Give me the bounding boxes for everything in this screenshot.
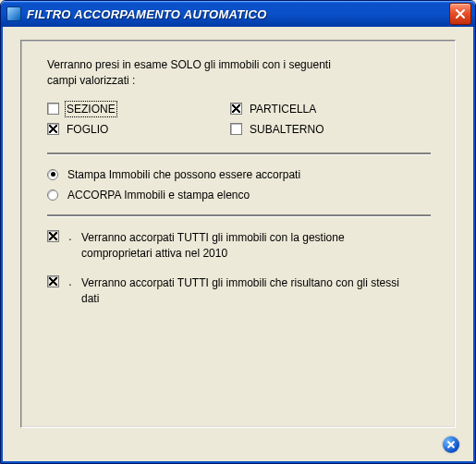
field-subalterno[interactable]: SUBALTERNO	[230, 123, 397, 136]
intro-line1: Verranno presi in esame SOLO gli immobil…	[47, 58, 331, 71]
intro-line2: campi valorizzati :	[47, 74, 135, 87]
field-particella[interactable]: PARTICELLA	[230, 103, 397, 116]
intro-text: Verranno presi in esame SOLO gli immobil…	[47, 57, 431, 90]
bullet-2: .	[67, 275, 74, 288]
radio-print-label: Stampa Immobili che possono essere accor…	[67, 168, 300, 181]
label-sezione: SEZIONE	[67, 103, 116, 116]
radio-accorpa[interactable]	[47, 189, 58, 201]
checkbox-particella[interactable]	[230, 103, 242, 115]
note-2-row[interactable]: . Verranno accorpati TUTTI gli immobili …	[47, 275, 431, 308]
checkbox-note-2[interactable]	[47, 275, 59, 287]
window-title: FILTRO ACCORPAMENTO AUTOMATICO	[27, 7, 449, 21]
close-button[interactable]	[449, 3, 471, 25]
main-panel: Verranno presi in esame SOLO gli immobil…	[20, 40, 456, 428]
close-icon	[455, 8, 466, 19]
radio-accorpa-label: ACCORPA Immobili e stampa elenco	[67, 189, 250, 201]
titlebar: FILTRO ACCORPAMENTO AUTOMATICO	[1, 1, 475, 27]
app-icon	[6, 6, 21, 21]
separator-2	[47, 214, 431, 217]
label-subalterno: SUBALTERNO	[250, 123, 323, 136]
separator-1	[47, 153, 431, 155]
checkbox-sezione[interactable]	[47, 103, 59, 115]
close-circle-icon	[443, 436, 459, 453]
note-1-text: Verranno accorpati TUTTI gli immobili co…	[81, 230, 431, 263]
field-grid: SEZIONE PARTICELLA FOGLIO SUBALTERNO	[47, 103, 431, 136]
mode-accorpa[interactable]: ACCORPA Immobili e stampa elenco	[47, 189, 431, 201]
note-2-text: Verranno accorpati TUTTI gli immobili ch…	[81, 275, 431, 308]
dialog-window: FILTRO ACCORPAMENTO AUTOMATICO Verranno …	[0, 0, 476, 464]
checkbox-note-1[interactable]	[47, 230, 59, 242]
label-particella: PARTICELLA	[250, 103, 316, 116]
note-1-row[interactable]: . Verranno accorpati TUTTI gli immobili …	[47, 230, 431, 263]
radio-print[interactable]	[47, 169, 58, 180]
checkbox-foglio[interactable]	[47, 123, 59, 135]
label-foglio: FOGLIO	[67, 123, 108, 136]
checkbox-subalterno[interactable]	[230, 123, 242, 135]
mode-print[interactable]: Stampa Immobili che possono essere accor…	[47, 168, 431, 181]
bullet-1: .	[67, 230, 74, 243]
field-foglio[interactable]: FOGLIO	[47, 123, 204, 136]
field-sezione[interactable]: SEZIONE	[47, 103, 204, 116]
client-area: Verranno presi in esame SOLO gli immobil…	[4, 29, 472, 460]
footer-close-button[interactable]	[443, 436, 459, 453]
